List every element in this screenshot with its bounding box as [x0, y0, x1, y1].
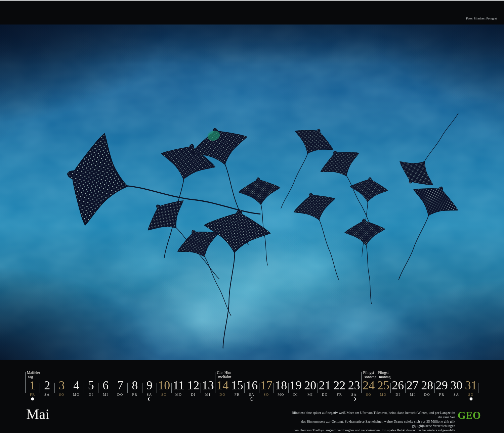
day-abbrev: MI	[405, 393, 420, 396]
day-abbrev: FR	[434, 393, 449, 396]
calendar-day-22: 22FR	[332, 369, 347, 403]
day-abbrev: MI	[303, 393, 318, 396]
ocean-photo	[0, 25, 504, 360]
calendar-day-27: 27MI	[405, 369, 420, 403]
page-top-edge	[0, 0, 504, 1]
month-title: Mai	[26, 407, 49, 421]
day-abbrev: SA	[245, 393, 259, 396]
day-abbrev: DO	[318, 393, 332, 396]
day-abbrev: MO	[171, 393, 186, 396]
calendar-day-29: 29FR	[434, 369, 449, 403]
calendar-day-30: 30SA	[449, 369, 464, 403]
moon-waning-icon	[148, 397, 151, 401]
moon-full-icon	[469, 397, 472, 400]
calendar-day-17: 17SO	[259, 369, 274, 403]
day-abbrev: DO	[420, 393, 435, 396]
day-number: 31	[464, 379, 478, 392]
day-number: 19	[288, 379, 303, 392]
day-abbrev: SO	[362, 393, 376, 396]
day-number: 20	[303, 379, 318, 392]
calendar-day-23: 23SA	[347, 369, 362, 403]
day-number: 22	[332, 379, 347, 392]
calendar-day-6: 6MI	[98, 369, 113, 403]
day-abbrev: SA	[142, 393, 157, 396]
calendar-day-25: Pfingst-montag25MO	[376, 369, 391, 403]
day-number: 24	[362, 379, 376, 392]
day-number: 28	[420, 379, 435, 392]
day-number: 29	[434, 379, 449, 392]
day-abbrev: MO	[376, 393, 391, 396]
day-number: 17	[259, 379, 274, 392]
calendar-day-11: 11MO	[171, 369, 186, 403]
calendar-day-20: 20MI	[303, 369, 318, 403]
day-abbrev: DI	[84, 393, 98, 396]
moon-new-icon	[250, 397, 253, 401]
day-number: 7	[113, 379, 128, 392]
calendar-day-15: 15FR	[230, 369, 245, 403]
calendar-day-31: 31SO	[464, 369, 478, 403]
day-abbrev: MO	[274, 393, 289, 396]
description-line: Blindtext bitte später auf negativ weiß …	[291, 411, 455, 419]
day-abbrev: SA	[40, 393, 55, 396]
day-abbrev: SO	[157, 393, 172, 396]
calendar-day-4: 4MO	[69, 369, 84, 403]
day-number: 16	[245, 379, 259, 392]
calendar-day-19: 19DI	[288, 369, 303, 403]
moon-full-icon	[31, 397, 34, 400]
calendar-day-5: 5DI	[84, 369, 98, 403]
day-number: 8	[128, 379, 142, 392]
day-abbrev: DI	[288, 393, 303, 396]
calendar-day-12: 12DI	[186, 369, 201, 403]
day-number: 10	[157, 379, 172, 392]
day-abbrev: SO	[54, 393, 69, 396]
moon-waxing-icon	[352, 397, 356, 401]
day-abbrev: FR	[25, 393, 40, 396]
description-line: den Urozean Thethys langsam verdrängten …	[291, 428, 455, 433]
day-number: 27	[405, 379, 420, 392]
day-abbrev: SA	[347, 393, 362, 396]
day-abbrev: SO	[464, 393, 478, 396]
day-number: 18	[274, 379, 289, 392]
day-abbrev: DO	[215, 393, 230, 396]
day-abbrev: FR	[230, 393, 245, 396]
day-number: 13	[201, 379, 215, 392]
calendar-day-8: 8FR	[128, 369, 142, 403]
day-abbrev: DO	[113, 393, 128, 396]
calendar-day-13: 13MI	[201, 369, 215, 403]
day-number: 9	[142, 379, 157, 392]
calendar-day-2: 2SA	[40, 369, 55, 403]
day-number: 2	[40, 379, 55, 392]
day-abbrev: FR	[128, 393, 142, 396]
day-number: 11	[171, 379, 186, 392]
calendar-days-row: Maifeier-tag1FR2SA3SO4MO5DI6MI7DO8FR9SA1…	[25, 369, 478, 403]
day-abbrev: SA	[449, 393, 464, 396]
description-text: Blindtext bitte später auf negativ weiß …	[291, 411, 455, 433]
day-number: 1	[25, 379, 40, 392]
day-number: 15	[230, 379, 245, 392]
day-number: 4	[69, 379, 84, 392]
calendar-day-16: 16SA	[245, 369, 259, 403]
day-number: 30	[449, 379, 464, 392]
calendar-day-9: 9SA	[142, 369, 157, 403]
day-number: 23	[347, 379, 362, 392]
calendar-day-7: 7DO	[113, 369, 128, 403]
calendar-day-21: 21DO	[318, 369, 332, 403]
day-abbrev: DI	[186, 393, 201, 396]
day-abbrev: MI	[201, 393, 215, 396]
calendar-page: Foto: Blindtext Fotograf	[0, 0, 504, 433]
day-abbrev: MO	[69, 393, 84, 396]
day-number: 5	[84, 379, 98, 392]
photo-credit: Foto: Blindtext Fotograf	[466, 17, 497, 20]
day-abbrev: FR	[332, 393, 347, 396]
calendar-day-26: 26DI	[391, 369, 406, 403]
day-number: 14	[215, 379, 230, 392]
day-number: 12	[186, 379, 201, 392]
day-abbrev: MI	[98, 393, 113, 396]
day-number: 6	[98, 379, 113, 392]
day-number: 25	[376, 379, 391, 392]
day-abbrev: DI	[391, 393, 406, 396]
day-number: 21	[318, 379, 332, 392]
calendar-day-28: 28DO	[420, 369, 435, 403]
calendar-day-24: Pfingst-sonntag24SO	[362, 369, 376, 403]
calendar-day-3: 3SO	[54, 369, 69, 403]
